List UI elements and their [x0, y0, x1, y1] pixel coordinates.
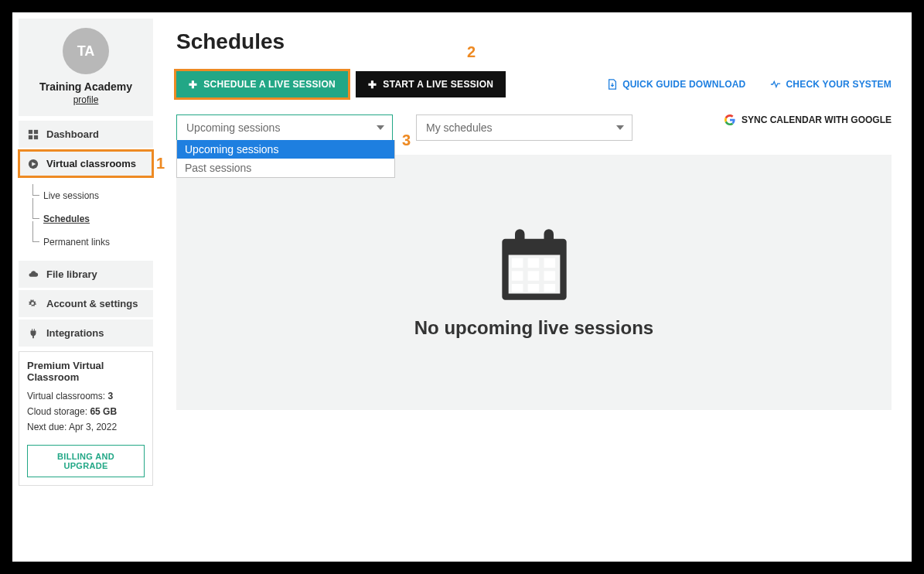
content-panel: No upcoming live sessions — [176, 155, 892, 410]
plan-card: Premium Virtual Classroom Virtual classr… — [19, 351, 153, 486]
sidebar-item-file-library[interactable]: File library — [19, 261, 153, 288]
option-upcoming-sessions[interactable]: Upcoming sessions — [177, 140, 394, 159]
svg-rect-1 — [34, 129, 38, 133]
option-past-sessions[interactable]: Past sessions — [177, 159, 394, 177]
svg-rect-16 — [544, 284, 555, 292]
sidebar-item-account-settings[interactable]: Account & settings — [19, 290, 153, 317]
gear-icon — [28, 299, 39, 309]
quick-guide-link[interactable]: QUICK GUIDE DOWNLOAD — [607, 79, 745, 90]
heartbeat-icon — [770, 79, 781, 90]
schedules-filter-select[interactable]: My schedules — [416, 114, 632, 141]
plug-icon — [28, 328, 39, 339]
annotation-3: 3 — [402, 132, 411, 149]
nav-label: Virtual classrooms — [46, 158, 136, 169]
plan-storage: Cloud storage: 65 GB — [27, 406, 145, 417]
play-circle-icon — [28, 159, 39, 169]
app-window: TA Training Academy profile Dashboard Vi… — [12, 12, 912, 562]
billing-upgrade-button[interactable]: BILLING AND UPGRADE — [27, 445, 145, 477]
svg-rect-14 — [511, 284, 523, 292]
svg-rect-0 — [29, 129, 32, 133]
nav-label: File library — [46, 268, 97, 280]
subnav-label: Schedules — [32, 214, 90, 224]
link-label: QUICK GUIDE DOWNLOAD — [622, 79, 745, 90]
nav: Dashboard Virtual classrooms 1 Live sess… — [19, 121, 153, 347]
org-name: Training Academy — [25, 80, 147, 93]
download-file-icon — [607, 79, 618, 90]
virtual-classrooms-subnav: Live sessions Schedules Permanent links — [19, 179, 153, 258]
nav-label: Integrations — [46, 327, 104, 339]
plan-next-due: Next due: Apr 3, 2022 — [27, 422, 145, 432]
start-live-session-button[interactable]: ✚ START A LIVE SESSION — [356, 71, 506, 97]
user-card: TA Training Academy profile — [19, 19, 153, 116]
svg-rect-15 — [527, 284, 539, 292]
svg-rect-2 — [29, 135, 32, 138]
grid-icon — [28, 129, 39, 140]
sidebar-item-dashboard[interactable]: Dashboard — [19, 121, 153, 148]
sidebar-item-virtual-classrooms[interactable]: Virtual classrooms — [19, 150, 153, 177]
nav-label: Account & settings — [46, 298, 138, 309]
sync-calendar-link[interactable]: SYNC CALENDAR WITH GOOGLE — [725, 114, 892, 125]
select-value: My schedules — [426, 121, 493, 134]
link-label: SYNC CALENDAR WITH GOOGLE — [742, 114, 892, 125]
subnav-permanent-links[interactable]: Permanent links — [32, 231, 153, 254]
avatar: TA — [63, 28, 109, 74]
page-title: Schedules — [176, 29, 892, 54]
plan-heading: Premium Virtual Classroom — [27, 360, 145, 383]
subnav-schedules[interactable]: Schedules — [32, 207, 153, 231]
link-label: CHECK YOUR SYSTEM — [786, 79, 892, 90]
calendar-icon — [496, 226, 573, 303]
svg-rect-11 — [511, 271, 523, 281]
sidebar: TA Training Academy profile Dashboard Vi… — [12, 12, 159, 562]
button-label: START A LIVE SESSION — [383, 79, 493, 90]
plus-icon: ✚ — [368, 80, 377, 90]
sessions-filter-select[interactable]: Upcoming sessions — [176, 114, 393, 141]
svg-rect-3 — [34, 135, 38, 138]
svg-rect-13 — [544, 271, 555, 281]
plus-icon: ✚ — [189, 80, 197, 90]
main-content: Schedules 2 ✚ SCHEDULE A LIVE SESSION ✚ … — [159, 12, 912, 562]
check-system-link[interactable]: CHECK YOUR SYSTEM — [770, 79, 892, 90]
google-logo-icon — [725, 114, 735, 125]
svg-rect-12 — [527, 271, 539, 281]
cloud-icon — [28, 269, 39, 280]
subnav-label: Live sessions — [32, 190, 99, 201]
select-value: Upcoming sessions — [186, 121, 280, 134]
svg-rect-8 — [511, 258, 523, 268]
svg-rect-9 — [527, 258, 539, 268]
action-row: ✚ SCHEDULE A LIVE SESSION ✚ START A LIVE… — [176, 71, 892, 97]
sidebar-item-integrations[interactable]: Integrations — [19, 319, 153, 347]
svg-rect-10 — [544, 258, 555, 268]
subnav-label: Permanent links — [32, 237, 110, 248]
filter-row: Upcoming sessions Upcoming sessions Past… — [176, 114, 892, 141]
plan-rooms: Virtual classrooms: 3 — [27, 391, 145, 401]
schedule-live-session-button[interactable]: ✚ SCHEDULE A LIVE SESSION — [176, 71, 348, 97]
profile-link[interactable]: profile — [25, 94, 147, 105]
subnav-live-sessions[interactable]: Live sessions — [32, 184, 153, 207]
button-label: SCHEDULE A LIVE SESSION — [203, 79, 336, 90]
nav-label: Dashboard — [46, 128, 99, 140]
sessions-filter-dropdown: Upcoming sessions Past sessions — [176, 140, 395, 178]
empty-state-text: No upcoming live sessions — [414, 317, 653, 339]
